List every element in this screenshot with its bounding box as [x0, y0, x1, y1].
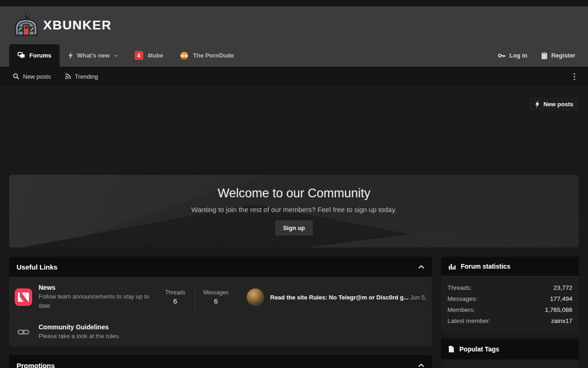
nav-right: Log in Register: [498, 44, 588, 67]
threads-count: Threads 6: [156, 289, 195, 305]
kebab-menu-icon[interactable]: [574, 73, 575, 80]
brand-name: XBUNKER: [43, 18, 112, 33]
node-title-link[interactable]: News: [39, 284, 156, 291]
banner-title: Welcome to our Community: [9, 186, 579, 201]
banner-subtitle: Wanting to join the rest of our members?…: [9, 206, 579, 213]
tab-label: 4tube: [147, 52, 164, 59]
bolt-icon: [68, 52, 73, 59]
latest-member-link[interactable]: zainx17: [551, 316, 572, 327]
main-nav: Forums What's new 4 4tube: [0, 44, 588, 67]
node-text: Community Guidelines Please take a look …: [39, 323, 426, 341]
top-strip: [0, 0, 588, 6]
bunker-logo-icon: [14, 14, 39, 37]
new-posts-button[interactable]: New posts: [529, 97, 579, 111]
subnav-trending[interactable]: Trending: [65, 73, 98, 80]
porndude-icon: [180, 51, 189, 60]
register-link[interactable]: Register: [541, 52, 575, 59]
tab-label: Forums: [29, 52, 51, 59]
forum-icon: [17, 52, 25, 59]
forum-statistics-body: Threads: 23,772 Messages: 177,494 Member…: [441, 276, 579, 333]
latest-thread: Read the site Rules: No Telegr@m or Disc…: [270, 294, 426, 301]
stat-row: Members: 1,765,086: [447, 305, 572, 316]
section-title: Useful Links: [17, 263, 57, 271]
widget-title: Forum statistics: [461, 263, 510, 270]
forum-statistics-header: Forum statistics: [441, 257, 579, 276]
rss-icon: [65, 73, 71, 80]
chevron-down-icon: [114, 54, 118, 57]
register-icon: [541, 52, 548, 59]
thread-title-link[interactable]: Read the site Rules: No Telegr@m or Disc…: [270, 294, 408, 301]
popular-tags-widget: Populat Tags: [441, 339, 579, 368]
thread-date: Jun 5, 2024 · ...: [410, 294, 426, 301]
key-icon: [498, 53, 506, 58]
register-label: Register: [551, 52, 575, 59]
search-icon: [13, 73, 19, 80]
subnav-label: New posts: [23, 73, 51, 80]
sub-nav: New posts Trending: [0, 67, 588, 86]
widget-title: Populat Tags: [459, 345, 499, 353]
node-title-link[interactable]: Community Guidelines: [39, 323, 426, 331]
file-icon: [448, 345, 454, 353]
messages-count: Messages 6: [195, 289, 237, 305]
news-app-icon: [15, 288, 32, 306]
welcome-banner: Welcome to our Community Wanting to join…: [9, 175, 579, 247]
useful-links-section: Useful Links News Follow t: [9, 257, 432, 346]
bolt-icon: [535, 101, 540, 108]
node-text: News Follow team announcements to stay u…: [39, 284, 156, 310]
popular-tags-header: Populat Tags: [441, 339, 579, 360]
section-title: Promotions: [17, 362, 55, 368]
stat-row: Messages: 177,494: [447, 293, 572, 305]
header: XBUNKER: [0, 6, 588, 44]
chevron-up-icon[interactable]: [418, 363, 424, 368]
promotions-section: Promotions: [9, 355, 432, 368]
tab-porndude[interactable]: The PornDude: [171, 44, 242, 67]
tab-label: What's new: [77, 52, 110, 59]
4tube-icon: 4: [135, 51, 143, 60]
page: XBUNKER Forums What's new 4 4tube: [0, 0, 588, 368]
node-description: Please take a look at the rules.: [39, 332, 426, 341]
node-description: Follow team announcements to stay up to …: [39, 292, 156, 310]
useful-links-header: Useful Links: [9, 257, 432, 277]
stat-row: Latest member: zainx17: [447, 316, 572, 327]
popular-tags-body: [441, 360, 579, 368]
promotions-header: Promotions: [9, 355, 432, 368]
tab-4tube[interactable]: 4 4tube: [126, 44, 172, 67]
login-label: Log in: [509, 52, 527, 59]
sign-up-button[interactable]: Sign up: [275, 220, 313, 236]
forum-node-news: News Follow team announcements to stay u…: [9, 277, 432, 317]
stat-row: Threads: 23,772: [447, 282, 572, 293]
chevron-up-icon[interactable]: [418, 265, 424, 269]
login-link[interactable]: Log in: [498, 52, 527, 59]
avatar[interactable]: [247, 288, 264, 306]
subnav-new-posts[interactable]: New posts: [13, 73, 51, 80]
tab-label: The PornDude: [193, 52, 234, 59]
subnav-label: Trending: [75, 73, 98, 80]
link-icon: [15, 323, 32, 341]
tab-forums[interactable]: Forums: [9, 44, 60, 67]
tab-whats-new[interactable]: What's new: [60, 44, 126, 67]
new-posts-label: New posts: [543, 101, 573, 108]
site-logo[interactable]: XBUNKER: [14, 14, 112, 37]
forum-node-guidelines: Community Guidelines Please take a look …: [9, 318, 432, 346]
bar-chart-icon: [448, 263, 456, 270]
forum-statistics-widget: Forum statistics Threads: 23,772 Message…: [441, 257, 579, 333]
